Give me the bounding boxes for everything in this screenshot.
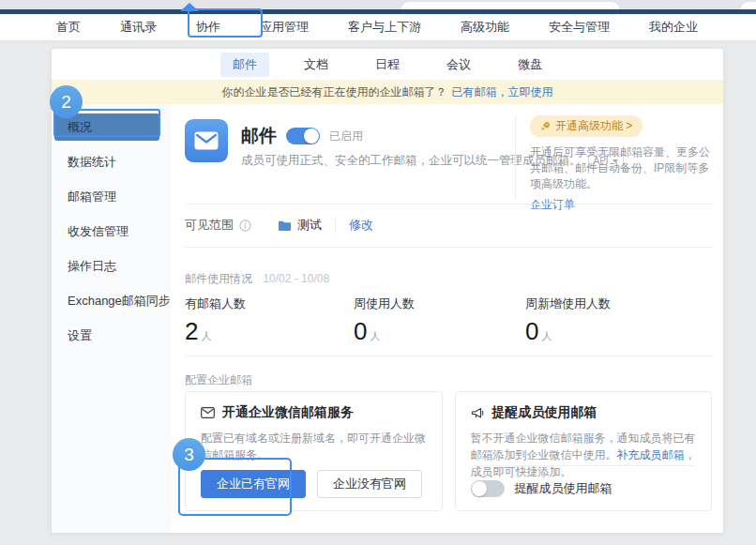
background-window-tab bbox=[401, 2, 619, 9]
stat-label: 有邮箱人数 bbox=[185, 295, 354, 312]
nav-item-app-management[interactable]: 应用管理 bbox=[260, 19, 309, 36]
remind-toggle-label: 提醒成员使用邮箱 bbox=[515, 480, 612, 497]
divider bbox=[185, 204, 712, 204]
premium-description: 开通后可享受无限邮箱容量、更多公共邮箱、邮件自动备份、IP限制等多项高级功能。 bbox=[530, 144, 712, 192]
sub-tabs: 邮件 文档 日程 会议 微盘 bbox=[52, 49, 723, 80]
visible-scope-label: 可见范围 bbox=[185, 217, 251, 234]
remind-card-description: 暂不开通企业微信邮箱服务，通知成员将已有邮箱添加到企业微信中使用。补充成员邮箱，… bbox=[471, 430, 697, 480]
nav-item-my-company[interactable]: 我的企业 bbox=[649, 19, 698, 36]
sidebar-item-mailbox-management[interactable]: 邮箱管理 bbox=[52, 179, 172, 214]
callout-pointer-triangle bbox=[180, 3, 199, 11]
scope-department-chip: 测试 bbox=[278, 217, 336, 234]
config-cards: 开通企业微信邮箱服务 配置已有域名或注册新域名，即可开通企业微信邮箱服务。 企业… bbox=[185, 391, 712, 511]
main-panel: 邮件 已启用 成员可使用正式、安全的工作邮箱，企业可以统一管理成员邮箱。 API bbox=[172, 104, 723, 533]
main-card: 邮件 文档 日程 会议 微盘 你的企业是否已经有正在使用的企业邮箱了？ 已有邮箱… bbox=[52, 49, 723, 533]
usage-period: 10/02 - 10/08 bbox=[263, 272, 329, 285]
mail-app-icon bbox=[185, 119, 228, 162]
remind-toggle-row: 提醒成员使用邮箱 bbox=[471, 480, 612, 497]
sidebar: 概况 数据统计 邮箱管理 收发信管理 操作日志 Exchange邮箱同步 设置 bbox=[52, 104, 172, 533]
usage-section-title: 邮件使用情况 10/02 - 10/08 bbox=[185, 271, 329, 287]
top-navigation: 首页 通讯录 协作 应用管理 客户与上下游 高级功能 安全与管理 我的企业 bbox=[0, 14, 756, 41]
premium-badge[interactable]: 开通高级功能 > bbox=[530, 115, 643, 137]
activate-card-title: 开通企业微信邮箱服务 bbox=[222, 404, 354, 421]
no-website-button[interactable]: 企业没有官网 bbox=[317, 470, 422, 498]
info-icon bbox=[239, 220, 251, 232]
divider bbox=[185, 356, 712, 356]
stat-weekly-users: 周使用人数 0人 bbox=[354, 295, 525, 346]
toggle-knob bbox=[304, 129, 319, 144]
tab-meeting[interactable]: 会议 bbox=[434, 53, 483, 77]
sidebar-item-operation-log[interactable]: 操作日志 bbox=[52, 249, 172, 283]
remind-members-toggle[interactable] bbox=[471, 480, 505, 497]
folder-icon bbox=[278, 220, 292, 232]
remind-members-card: 提醒成员使用邮箱 暂不开通企业微信邮箱服务，通知成员将已有邮箱添加到企业微信中使… bbox=[455, 391, 713, 511]
enabled-status-text: 已启用 bbox=[329, 129, 363, 144]
tab-mail[interactable]: 邮件 bbox=[220, 53, 269, 77]
nav-item-security[interactable]: 安全与管理 bbox=[549, 19, 610, 36]
usage-stats: 有邮箱人数 2人 周使用人数 0人 周新增使用人数 0人 bbox=[185, 295, 712, 346]
supplement-member-mailbox-link[interactable]: 补充成员邮箱 bbox=[617, 448, 685, 462]
window-top-strip bbox=[0, 0, 756, 9]
activate-card-title-row: 开通企业微信邮箱服务 bbox=[201, 404, 427, 421]
activate-mailbox-card: 开通企业微信邮箱服务 配置已有域名或注册新域名，即可开通企业微信邮箱服务。 企业… bbox=[185, 391, 443, 511]
envelope-icon bbox=[194, 131, 219, 150]
stat-mailbox-count: 有邮箱人数 2人 bbox=[185, 295, 354, 346]
app-title: 邮件 bbox=[241, 124, 277, 148]
stat-weekly-new-users: 周新增使用人数 0人 bbox=[525, 295, 611, 346]
stat-unit: 人 bbox=[541, 330, 552, 341]
modify-scope-link[interactable]: 修改 bbox=[349, 217, 373, 234]
stat-label: 周新增使用人数 bbox=[525, 295, 611, 312]
tab-docs[interactable]: 文档 bbox=[292, 53, 340, 77]
app-title-row: 邮件 已启用 bbox=[241, 124, 363, 148]
stat-value: 0 bbox=[525, 317, 538, 345]
config-section-title: 配置企业邮箱 bbox=[185, 372, 252, 388]
toggle-knob bbox=[472, 481, 487, 496]
mailbox-question-banner: 你的企业是否已经有正在使用的企业邮箱了？ 已有邮箱，立即使用 bbox=[52, 80, 723, 104]
premium-promo-panel: 开通高级功能 > 开通后可享受无限邮箱容量、更多公共邮箱、邮件自动备份、IP限制… bbox=[515, 115, 712, 200]
nav-item-contacts[interactable]: 通讯录 bbox=[120, 19, 157, 36]
rocket-icon bbox=[540, 121, 551, 131]
divider bbox=[185, 247, 712, 248]
has-website-button[interactable]: 企业已有官网 bbox=[201, 470, 306, 498]
envelope-outline-icon bbox=[201, 407, 215, 418]
enterprise-order-link[interactable]: 企业订单 bbox=[530, 197, 712, 213]
stat-unit: 人 bbox=[201, 330, 211, 341]
sidebar-item-settings[interactable]: 设置 bbox=[52, 318, 172, 353]
usage-title-text: 邮件使用情况 bbox=[185, 272, 252, 285]
premium-badge-label: 开通高级功能 > bbox=[555, 118, 632, 134]
nav-item-customers[interactable]: 客户与上下游 bbox=[348, 19, 421, 36]
card-content: 概况 数据统计 邮箱管理 收发信管理 操作日志 Exchange邮箱同步 设置 … bbox=[52, 104, 723, 533]
tab-calendar[interactable]: 日程 bbox=[363, 53, 412, 77]
megaphone-icon bbox=[471, 407, 485, 419]
remind-card-title: 提醒成员使用邮箱 bbox=[492, 404, 597, 421]
remind-card-title-row: 提醒成员使用邮箱 bbox=[471, 404, 697, 421]
activate-card-buttons: 企业已有官网 企业没有官网 bbox=[201, 470, 422, 498]
sidebar-item-send-receive[interactable]: 收发信管理 bbox=[52, 214, 172, 249]
nav-item-advanced[interactable]: 高级功能 bbox=[461, 19, 509, 36]
admin-console-screen: 首页 通讯录 协作 应用管理 客户与上下游 高级功能 安全与管理 我的企业 邮件… bbox=[0, 0, 756, 545]
background-window-corner bbox=[741, 2, 756, 9]
card-divider bbox=[471, 465, 697, 466]
sidebar-item-statistics[interactable]: 数据统计 bbox=[52, 144, 172, 179]
activate-card-description: 配置已有域名或注册新域名，即可开通企业微信邮箱服务。 bbox=[201, 430, 427, 463]
scope-department-name: 测试 bbox=[297, 217, 322, 234]
tab-drive[interactable]: 微盘 bbox=[506, 53, 554, 77]
step-2-badge: 2 bbox=[50, 85, 83, 118]
stat-value: 0 bbox=[354, 317, 367, 345]
stat-value: 2 bbox=[185, 317, 198, 345]
nav-item-collaboration[interactable]: 协作 bbox=[196, 19, 220, 36]
mail-enabled-toggle[interactable] bbox=[286, 128, 320, 144]
step-3-badge: 3 bbox=[173, 438, 205, 471]
visible-scope-row: 可见范围 测试 修改 bbox=[185, 211, 373, 239]
visible-scope-label-text: 可见范围 bbox=[185, 217, 234, 234]
banner-question-text: 你的企业是否已经有正在使用的企业邮箱了？ bbox=[222, 84, 447, 100]
banner-use-existing-link[interactable]: 已有邮箱，立即使用 bbox=[452, 84, 553, 100]
stat-unit: 人 bbox=[370, 330, 380, 341]
nav-item-home[interactable]: 首页 bbox=[56, 19, 81, 36]
sidebar-item-exchange-sync[interactable]: Exchange邮箱同步 bbox=[52, 283, 172, 318]
stat-label: 周使用人数 bbox=[354, 295, 525, 312]
